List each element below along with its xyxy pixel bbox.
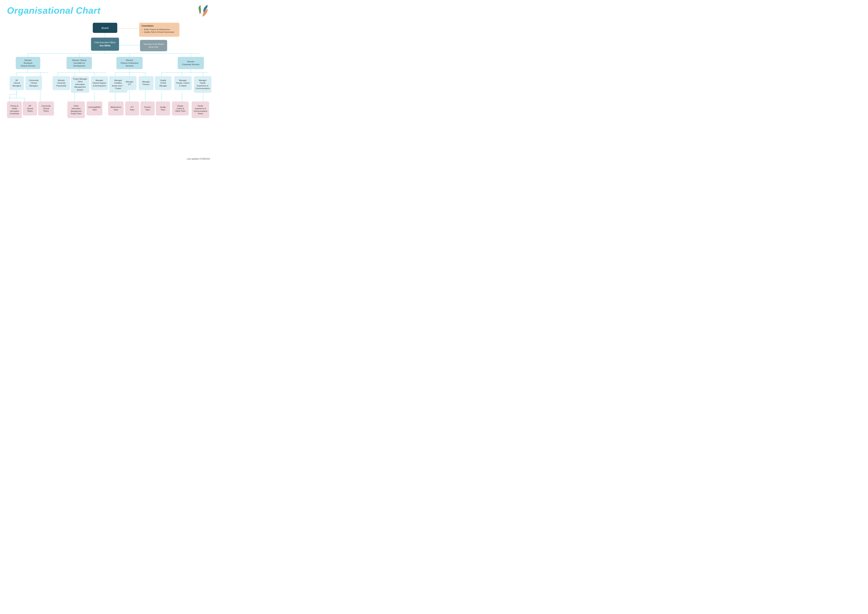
director-nursing-node: Director Nursing & Clinical Services xyxy=(16,57,40,69)
mgr-monash-label: Monash University Partnership xyxy=(56,79,66,87)
team-people-culture-label: People, Culture & Safety Team xyxy=(175,105,185,112)
committees-title: Committees xyxy=(141,25,177,28)
mgr-np-clinical-label: NP Clinical Managers xyxy=(12,79,21,87)
secretary-node: Secretary to the Board EA to CEO xyxy=(140,40,167,51)
director-clinical-innovation-node: Director Clinical Innovation & Developme… xyxy=(67,57,92,69)
team-privacy-label: Privacy & Health Information Coordinator xyxy=(9,105,19,115)
team-client-info-node: Client Information Management Project Te… xyxy=(67,101,85,118)
mgr-clinical-support-node: Manager Clinical Support & Development xyxy=(91,76,108,90)
board-label: Board xyxy=(101,26,109,30)
director-finance-node: Director Finance & Business Services xyxy=(116,57,143,69)
mgr-monash-node: Monash University Partnership xyxy=(53,76,70,90)
secretary-title: Secretary to the Board xyxy=(143,43,164,45)
page-title: Organisational Chart xyxy=(7,5,210,16)
team-learning-label: Learning@QEC Team xyxy=(88,106,101,111)
director-corporate-node: Director Corporate Services xyxy=(178,57,204,69)
team-privacy-node: Privacy & Health Information Coordinator xyxy=(7,101,22,118)
team-community-clinical-label: Community Clinical Teams xyxy=(41,105,51,112)
team-client-info-label: Client Information Management Project Te… xyxy=(71,105,81,115)
team-np-clinical-label: NP Clinical Teams xyxy=(27,105,33,112)
committees-list: Audit, Finance & Infrastructure Quality,… xyxy=(141,28,177,34)
mgr-quality-risk-label: Quality & Risk Manager xyxy=(157,79,170,87)
decorative-icons xyxy=(196,3,210,17)
team-community-clinical-node: Community Clinical Teams xyxy=(38,101,54,115)
team-learning-node: Learning@QEC Team xyxy=(87,101,102,115)
team-np-clinical-node: NP Clinical Teams xyxy=(23,101,37,115)
team-ict-node: ICT Team xyxy=(125,101,139,115)
team-finance-label: Finance Team xyxy=(144,106,151,111)
team-quality-node: Quality Team xyxy=(156,101,170,115)
mgr-people-culture-label: Manager People, Culture & Safety xyxy=(176,79,189,87)
team-finance-node: Finance Team xyxy=(140,101,155,115)
team-people-culture-node: People, Culture & Safety Team xyxy=(172,101,189,115)
director-finance-label: Director Finance & Business Services xyxy=(121,59,138,67)
mgr-ict-node: Manager ICT xyxy=(123,76,137,90)
committee-item-1: Audit, Finance & Infrastructure xyxy=(144,28,177,31)
committee-item-2: Quality, Risk & Clinical Governance xyxy=(144,31,177,33)
ceo-name: Sue White xyxy=(99,44,110,47)
team-family-exp-label: Family Experience & Communications Teams xyxy=(194,105,207,115)
mgr-clinical-support-label: Manager Clinical Support & Development xyxy=(93,79,106,87)
team-quality-label: Quality Team xyxy=(160,106,166,111)
mgr-ict-label: Manager ICT xyxy=(126,81,133,86)
team-maintenance-label: Maintenance Team xyxy=(110,106,121,111)
secretary-subtitle: EA to CEO xyxy=(149,46,158,48)
mgr-np-clinical-node: NP Clinical Managers xyxy=(9,76,24,90)
mgr-quality-risk-node: Quality & Risk Manager xyxy=(155,76,172,90)
team-family-exp-node: Family Experience & Communications Teams xyxy=(192,101,209,118)
mgr-project-mgr-node: Project Manager Client Information Manag… xyxy=(71,76,89,93)
ceo-title: Chief Executive Officer xyxy=(94,41,116,44)
director-corporate-label: Director Corporate Services xyxy=(182,60,199,66)
ceo-node: Chief Executive Officer Sue White xyxy=(91,38,119,51)
mgr-people-culture-node: Manager People, Culture & Safety xyxy=(174,76,192,90)
mgr-finance-node: Manager Finance xyxy=(139,76,154,90)
director-nursing-label: Director Nursing & Clinical Services xyxy=(21,59,35,67)
mgr-finance-label: Manager Finance xyxy=(142,81,150,86)
last-updated: Last updated 27/08/2024 xyxy=(187,158,210,160)
mgr-community-clinical-node: Community Clinical Managers xyxy=(25,76,42,90)
director-clinical-innovation-label: Director Clinical Innovation & Developme… xyxy=(72,59,86,67)
mgr-family-exp-label: Manager Family Experience & Communicatio… xyxy=(196,79,210,90)
mgr-project-mgr-label: Project Manager Client Information Manag… xyxy=(73,78,87,91)
team-ict-label: ICT Team xyxy=(130,106,134,111)
board-node: Board xyxy=(93,23,117,33)
mgr-community-clinical-label: Community Clinical Managers xyxy=(29,79,39,87)
mgr-family-exp-node: Manager Family Experience & Communicatio… xyxy=(194,76,211,93)
committees-node: Committees Audit, Finance & Infrastructu… xyxy=(139,23,179,37)
team-maintenance-node: Maintenance Team xyxy=(108,101,124,115)
